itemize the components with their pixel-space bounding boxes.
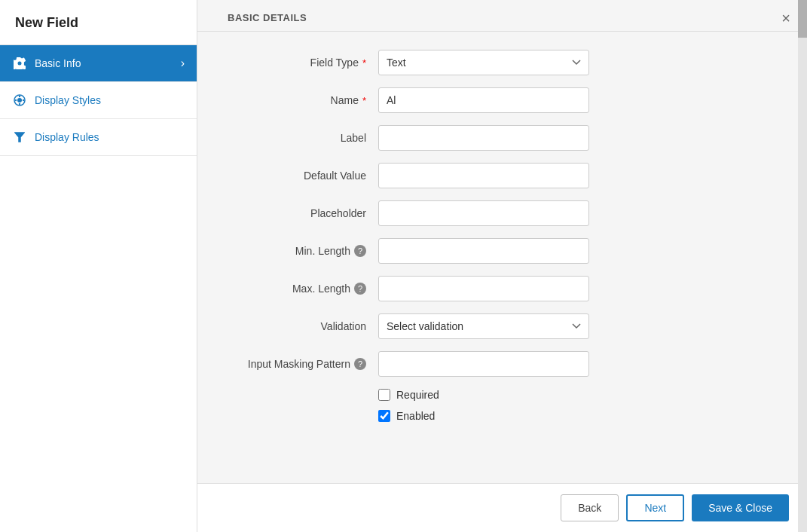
enabled-checkbox-label[interactable]: Enabled xyxy=(396,410,435,422)
section-header: BASIC DETAILS × xyxy=(197,0,807,32)
label-input[interactable] xyxy=(378,125,589,151)
close-button[interactable]: × xyxy=(775,8,796,29)
gear-icon xyxy=(12,56,27,71)
min-length-help-icon[interactable]: ? xyxy=(354,245,366,257)
enabled-checkbox[interactable] xyxy=(378,410,390,422)
next-button[interactable]: Next xyxy=(626,494,684,521)
section-title: BASIC DETAILS xyxy=(228,12,307,23)
enabled-checkbox-row: Enabled xyxy=(228,410,777,422)
sidebar-display-styles-label: Display Styles xyxy=(35,94,101,106)
input-masking-row: Input Masking Pattern ? xyxy=(228,351,777,377)
svg-point-3 xyxy=(23,99,24,101)
validation-label: Validation xyxy=(228,320,378,332)
placeholder-input[interactable] xyxy=(378,200,589,226)
required-checkbox-label[interactable]: Required xyxy=(396,389,439,401)
chevron-right-icon: › xyxy=(181,57,185,70)
svg-marker-6 xyxy=(15,133,24,142)
svg-point-4 xyxy=(19,103,20,105)
input-masking-input[interactable] xyxy=(378,351,589,377)
form-area: Field Type* Text Number Date Checkbox Dr… xyxy=(197,32,807,483)
filter-icon xyxy=(12,130,27,145)
default-value-row: Default Value xyxy=(228,163,777,188)
save-close-button[interactable]: Save & Close xyxy=(692,494,789,521)
max-length-input[interactable] xyxy=(378,276,589,301)
modal-container: New Field Basic Info › xyxy=(0,0,807,532)
min-length-label: Min. Length ? xyxy=(228,245,378,257)
placeholder-label: Placeholder xyxy=(228,207,378,219)
label-row: Label xyxy=(228,125,777,151)
name-label: Name* xyxy=(228,94,378,106)
scrollbar-track[interactable] xyxy=(798,0,807,532)
app-title: New Field xyxy=(0,0,197,45)
max-length-label: Max. Length ? xyxy=(228,283,378,295)
sidebar-item-display-styles[interactable]: Display Styles xyxy=(0,82,197,119)
required-checkbox[interactable] xyxy=(378,389,390,401)
min-length-input[interactable] xyxy=(378,238,589,264)
default-value-label: Default Value xyxy=(228,170,378,182)
field-type-label: Field Type* xyxy=(228,57,378,69)
sidebar-item-basic-info[interactable]: Basic Info › xyxy=(0,45,197,82)
sidebar: New Field Basic Info › xyxy=(0,0,197,532)
max-length-help-icon[interactable]: ? xyxy=(354,283,366,295)
name-required-star: * xyxy=(362,95,366,106)
placeholder-row: Placeholder xyxy=(228,200,777,226)
field-type-required-star: * xyxy=(362,57,366,69)
validation-select[interactable]: Select validation Email URL Number Alpha… xyxy=(378,313,589,339)
sidebar-basic-info-label: Basic Info xyxy=(35,57,81,69)
label-label: Label xyxy=(228,132,378,144)
name-row: Name* xyxy=(228,87,777,113)
sidebar-display-rules-label: Display Rules xyxy=(35,131,99,143)
validation-row: Validation Select validation Email URL N… xyxy=(228,313,777,339)
sidebar-item-display-rules[interactable]: Display Rules xyxy=(0,119,197,156)
back-button[interactable]: Back xyxy=(561,494,619,521)
input-masking-label: Input Masking Pattern ? xyxy=(228,358,378,370)
input-masking-help-icon[interactable]: ? xyxy=(354,358,366,370)
max-length-row: Max. Length ? xyxy=(228,276,777,301)
field-type-select[interactable]: Text Number Date Checkbox Dropdown xyxy=(378,50,589,75)
footer: Back Next Save & Close xyxy=(197,483,807,532)
modal-body: New Field Basic Info › xyxy=(0,0,807,532)
modal-window: New Field Basic Info › xyxy=(0,0,807,532)
required-checkbox-row: Required xyxy=(228,389,777,401)
main-content: BASIC DETAILS × Field Type* Text Number … xyxy=(197,0,807,532)
default-value-input[interactable] xyxy=(378,163,589,188)
min-length-row: Min. Length ? xyxy=(228,238,777,264)
field-type-row: Field Type* Text Number Date Checkbox Dr… xyxy=(228,50,777,75)
palette-icon xyxy=(12,93,27,108)
svg-point-2 xyxy=(19,96,20,97)
scrollbar-thumb[interactable] xyxy=(798,0,807,38)
name-input[interactable] xyxy=(378,87,589,113)
svg-point-1 xyxy=(17,98,22,102)
svg-point-5 xyxy=(15,99,17,101)
